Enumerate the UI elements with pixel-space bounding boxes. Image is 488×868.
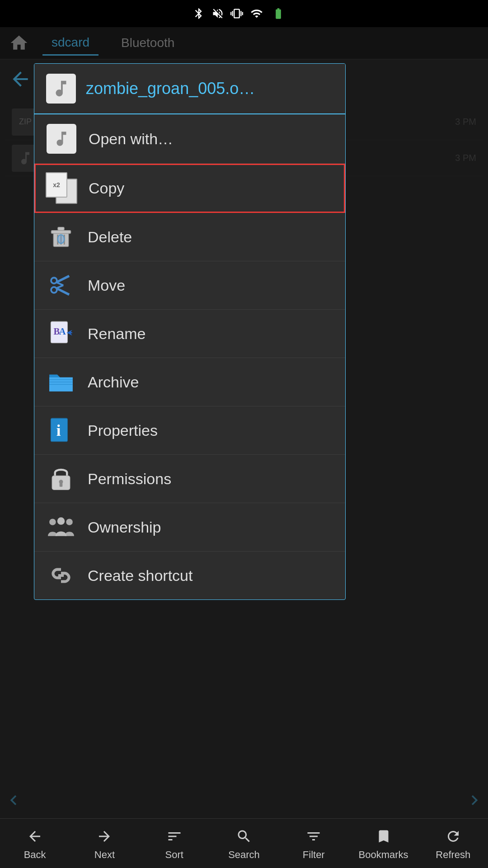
menu-item-open-with[interactable]: Open with… — [34, 114, 345, 164]
bottom-nav: Back Next Sort Search Filter — [0, 818, 488, 868]
nav-back-label: Back — [24, 849, 46, 861]
menu-item-move[interactable]: Move — [34, 261, 345, 310]
menu-item-properties[interactable]: i Properties — [34, 406, 345, 455]
background-content: sdcard Bluetooth ZIP archive.zip 3 PM fi… — [0, 27, 488, 868]
vibrate-icon — [230, 7, 243, 20]
signal-icon — [249, 7, 264, 20]
nav-next-label: Next — [94, 849, 115, 861]
svg-point-27 — [57, 517, 65, 525]
properties-label: Properties — [88, 422, 158, 439]
menu-item-copy[interactable]: x2 Copy — [34, 164, 345, 213]
menu-item-permissions[interactable]: Permissions — [34, 455, 345, 503]
status-icons — [192, 7, 286, 20]
open-with-music-icon — [47, 124, 76, 154]
open-with-icon — [45, 123, 78, 155]
nav-sort[interactable]: Sort — [140, 826, 209, 861]
svg-line-12 — [56, 285, 64, 288]
copy-icon: x2 — [45, 172, 78, 204]
nav-filter-icon — [304, 826, 324, 846]
svg-text:i: i — [56, 422, 61, 439]
nav-filter[interactable]: Filter — [279, 826, 348, 861]
nav-refresh[interactable]: Refresh — [418, 826, 488, 861]
context-menu: zombie_groan_005.o… Open with… x2 — [34, 63, 346, 600]
svg-point-8 — [51, 287, 57, 293]
permissions-label: Permissions — [88, 470, 171, 488]
archive-icon — [45, 366, 77, 398]
mute-icon — [211, 7, 224, 20]
nav-refresh-label: Refresh — [436, 849, 470, 861]
menu-file-title: zombie_groan_005.o… — [86, 79, 255, 98]
menu-header-icon — [45, 73, 77, 104]
svg-text:A: A — [59, 326, 66, 336]
nav-bookmarks-label: Bookmarks — [359, 849, 408, 861]
rename-icon: B A — [45, 318, 77, 349]
nav-next[interactable]: Next — [70, 826, 139, 861]
svg-point-7 — [51, 278, 57, 283]
rename-label: Rename — [88, 325, 146, 343]
music-file-icon — [46, 74, 76, 104]
menu-item-delete[interactable]: Delete — [34, 213, 345, 261]
copy-icon-wrapper: x2 — [46, 172, 77, 204]
bluetooth-icon — [192, 7, 205, 20]
svg-line-10 — [56, 288, 69, 294]
svg-point-25 — [49, 519, 56, 525]
archive-label: Archive — [88, 373, 139, 391]
delete-label: Delete — [88, 228, 132, 246]
permissions-icon — [45, 463, 77, 495]
nav-sort-icon — [164, 826, 184, 846]
nav-refresh-icon — [443, 826, 463, 846]
svg-point-6 — [58, 235, 65, 243]
svg-line-9 — [56, 276, 69, 282]
copy-x2-label: x2 — [53, 181, 60, 189]
copy-label: Copy — [89, 179, 124, 197]
delete-icon — [45, 221, 77, 253]
move-icon — [45, 269, 77, 301]
ownership-icon — [45, 511, 77, 543]
carrier-label: AT&T — [11, 9, 29, 18]
open-with-label: Open with… — [89, 130, 173, 148]
nav-next-icon — [94, 826, 114, 846]
menu-item-create-shortcut[interactable]: Create shortcut — [34, 552, 345, 599]
nav-filter-label: Filter — [303, 849, 325, 861]
nav-back[interactable]: Back — [0, 826, 70, 861]
nav-bookmarks[interactable]: Bookmarks — [348, 826, 418, 861]
nav-back-icon — [25, 826, 45, 846]
menu-item-rename[interactable]: B A Rename — [34, 310, 345, 358]
nav-search[interactable]: Search — [209, 826, 279, 861]
battery-icon — [270, 7, 286, 20]
shortcut-icon — [45, 560, 77, 591]
svg-rect-28 — [58, 574, 64, 577]
ownership-label: Ownership — [88, 519, 161, 536]
create-shortcut-label: Create shortcut — [88, 567, 192, 585]
properties-icon: i — [45, 415, 77, 446]
svg-rect-1 — [51, 231, 71, 234]
nav-sort-label: Sort — [165, 849, 183, 861]
status-bar: AT&T 4:12 PM — [0, 0, 488, 27]
menu-header: zombie_groan_005.o… — [34, 64, 345, 114]
copy-page-front: x2 — [46, 172, 67, 198]
nav-bookmarks-icon — [374, 826, 394, 846]
move-label: Move — [88, 277, 125, 294]
nav-search-label: Search — [228, 849, 260, 861]
nav-search-icon — [234, 826, 254, 846]
svg-rect-2 — [58, 227, 65, 230]
svg-point-26 — [66, 519, 72, 525]
menu-item-ownership[interactable]: Ownership — [34, 503, 345, 552]
time-label: 4:12 PM — [450, 9, 477, 18]
menu-item-archive[interactable]: Archive — [34, 358, 345, 406]
svg-rect-24 — [60, 483, 63, 487]
